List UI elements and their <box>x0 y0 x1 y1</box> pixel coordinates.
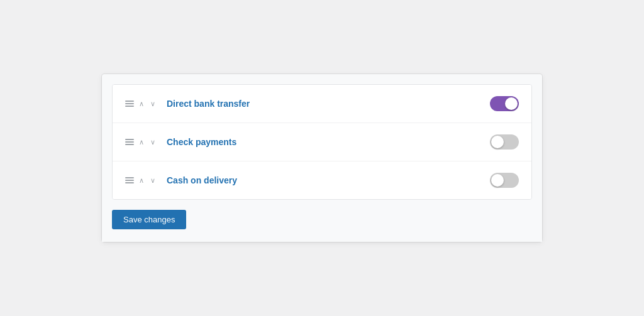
row-controls: ∧ ∨ <box>125 138 157 147</box>
toggle-direct-bank-transfer[interactable] <box>490 96 519 111</box>
footer: Save changes <box>102 200 542 242</box>
row-controls: ∧ ∨ <box>125 99 157 109</box>
save-changes-button[interactable]: Save changes <box>112 210 186 229</box>
move-down-button[interactable]: ∨ <box>149 138 157 147</box>
move-up-button[interactable]: ∧ <box>138 138 145 147</box>
toggle-check-payments[interactable] <box>490 134 519 150</box>
payment-method-name[interactable]: Direct bank transfer <box>167 99 490 109</box>
toggle-thumb <box>491 136 504 148</box>
move-up-button[interactable]: ∧ <box>138 176 145 185</box>
toggle-thumb <box>491 174 504 187</box>
toggle-track <box>490 96 519 111</box>
row-controls: ∧ ∨ <box>125 176 157 185</box>
move-down-button[interactable]: ∨ <box>149 99 157 109</box>
move-up-button[interactable]: ∧ <box>138 99 145 109</box>
toggle-track <box>490 134 519 150</box>
drag-handle-icon[interactable] <box>125 101 134 107</box>
drag-handle-icon[interactable] <box>125 139 134 145</box>
move-down-button[interactable]: ∨ <box>149 176 157 185</box>
payment-method-name[interactable]: Check payments <box>167 137 490 147</box>
toggle-thumb <box>505 97 518 110</box>
settings-panel: ∧ ∨ Direct bank transfer <box>102 74 542 242</box>
toggle-cash-on-delivery[interactable] <box>490 173 519 188</box>
payment-methods-list: ∧ ∨ Direct bank transfer <box>112 84 532 200</box>
payment-row-check-payments: ∧ ∨ Check payments <box>113 123 531 161</box>
payment-method-name[interactable]: Cash on delivery <box>167 175 490 185</box>
payment-row-cash-on-delivery: ∧ ∨ Cash on delivery <box>113 161 531 199</box>
payment-row-direct-bank-transfer: ∧ ∨ Direct bank transfer <box>113 85 531 123</box>
toggle-track <box>490 173 519 188</box>
drag-handle-icon[interactable] <box>125 177 134 183</box>
